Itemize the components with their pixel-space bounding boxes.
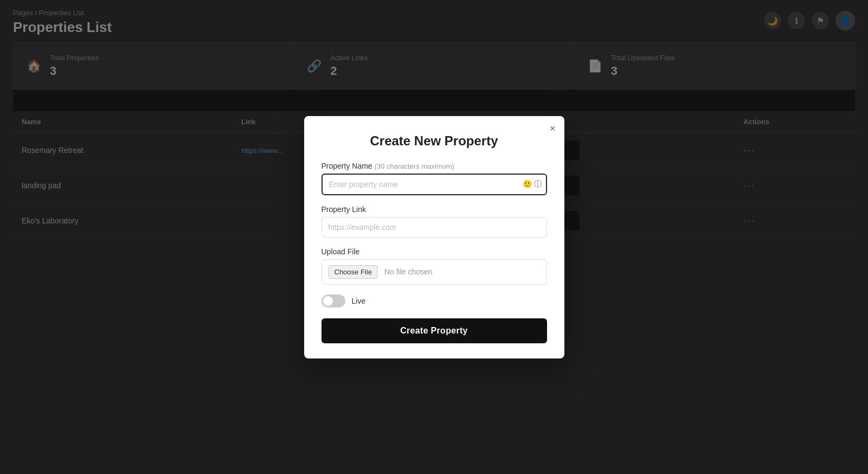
modal-close-button[interactable]: × <box>550 124 556 133</box>
toggle-knob <box>323 296 333 306</box>
choose-file-button[interactable]: Choose File <box>329 265 378 279</box>
input-icons: 🙂 ⓘ <box>523 180 542 189</box>
live-label: Live <box>352 297 366 305</box>
property-name-group: Property Name (30 characters maximum) 🙂 … <box>322 162 547 195</box>
upload-file-label: Upload File <box>322 247 547 256</box>
emoji-icon: 🙂 <box>523 180 532 189</box>
file-upload-area[interactable]: Choose File No file chosen <box>322 259 547 285</box>
property-name-input[interactable] <box>322 174 547 195</box>
live-toggle-row: Live <box>322 294 547 308</box>
property-link-input[interactable] <box>322 217 547 238</box>
upload-file-group: Upload File Choose File No file chosen <box>322 247 547 285</box>
property-name-sublabel: (30 characters maximum) <box>375 162 454 170</box>
modal-overlay: × Create New Property Property Name (30 … <box>0 0 868 474</box>
create-property-button[interactable]: Create Property <box>322 318 547 343</box>
no-file-text: No file chosen <box>384 267 433 276</box>
live-toggle[interactable] <box>322 294 345 308</box>
property-link-label: Property Link <box>322 205 547 214</box>
info-icon: ⓘ <box>534 180 542 189</box>
property-link-group: Property Link <box>322 205 547 238</box>
property-name-label: Property Name (30 characters maximum) <box>322 162 547 170</box>
modal-title: Create New Property <box>322 133 547 149</box>
property-name-input-wrapper: 🙂 ⓘ <box>322 174 547 195</box>
create-property-modal: × Create New Property Property Name (30 … <box>304 116 564 358</box>
